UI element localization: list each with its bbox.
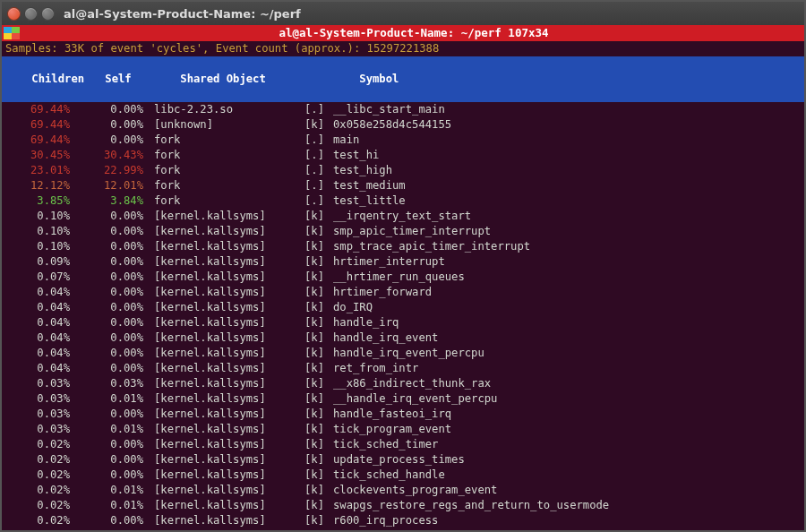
cell-children: 0.04%: [5, 285, 70, 300]
perf-row[interactable]: 69.44%0.00%[unknown][k]0x058e258d4c54415…: [5, 117, 801, 133]
perf-row[interactable]: 0.02%0.00%[kernel.kallsyms][k]tick_sched…: [5, 437, 801, 452]
perf-row[interactable]: 0.04%0.00%[kernel.kallsyms][k]handle_irq…: [5, 330, 801, 346]
window-titlebar: al@al-System-Product-Name: ~/perf: [2, 2, 804, 25]
col-symbol: Symbol: [359, 72, 399, 87]
cell-symbol: smp_apic_timer_interrupt: [333, 224, 491, 239]
perf-row[interactable]: 0.04%0.00%[kernel.kallsyms][k]ret_from_i…: [5, 361, 801, 376]
perf-row[interactable]: 69.44%0.00%fork[.]main: [5, 133, 801, 148]
perf-row[interactable]: 0.10%0.00%[kernel.kallsyms][k]smp_trace_…: [5, 239, 801, 254]
cell-tag: [k]: [304, 391, 331, 407]
perf-row[interactable]: 0.03%0.03%[kernel.kallsyms][k]__x86_indi…: [5, 376, 801, 391]
cell-children: 69.44%: [5, 117, 70, 133]
perf-row[interactable]: 23.01%22.99%fork[.]test_high: [5, 163, 801, 178]
perf-row[interactable]: 0.09%0.00%[kernel.kallsyms][k]hrtimer_in…: [5, 254, 801, 270]
cell-symbol: main: [333, 133, 359, 148]
cell-shared-object: [kernel.kallsyms]: [154, 315, 297, 330]
cell-tag: [k]: [304, 270, 331, 285]
cell-symbol: hrtimer_interrupt: [333, 254, 445, 270]
cell-children: 0.04%: [5, 300, 70, 315]
cell-tag: [k]: [304, 224, 331, 239]
perf-row[interactable]: 0.03%0.01%[kernel.kallsyms][k]__handle_i…: [5, 391, 801, 407]
cell-self: 0.00%: [79, 361, 143, 376]
perf-row[interactable]: 0.04%0.00%[kernel.kallsyms][k]hrtimer_fo…: [5, 285, 801, 300]
cell-children: 0.03%: [5, 391, 70, 407]
perf-rows: 69.44%0.00%libc-2.23.so[.]__libc_start_m…: [2, 102, 804, 530]
cell-tag: [k]: [304, 407, 331, 422]
cell-tag: [k]: [304, 315, 331, 330]
cell-children: 0.10%: [5, 209, 70, 224]
cell-symbol: test_medium: [333, 178, 406, 193]
cell-self: 0.00%: [79, 300, 143, 315]
cell-self: 0.00%: [79, 468, 143, 483]
cell-tag: [.]: [304, 163, 331, 178]
perf-row[interactable]: 0.07%0.00%[kernel.kallsyms][k]__hrtimer_…: [5, 270, 801, 285]
cell-children: 0.02%: [5, 468, 70, 483]
cell-symbol: swapgs_restore_regs_and_return_to_usermo…: [333, 498, 609, 513]
col-spacer: [330, 72, 357, 87]
cell-self: 0.00%: [79, 102, 143, 117]
perf-row[interactable]: 69.44%0.00%libc-2.23.so[.]__libc_start_m…: [5, 102, 801, 117]
perf-row[interactable]: 0.10%0.00%[kernel.kallsyms][k]__irqentry…: [5, 209, 801, 224]
cell-shared-object: [kernel.kallsyms]: [154, 437, 297, 452]
cell-shared-object: [kernel.kallsyms]: [154, 224, 297, 239]
cell-symbol: handle_irq_event: [333, 330, 438, 346]
cell-symbol: test_hi: [333, 148, 379, 163]
perf-row[interactable]: 0.10%0.00%[kernel.kallsyms][k]smp_apic_t…: [5, 224, 801, 239]
perf-row[interactable]: 0.04%0.00%[kernel.kallsyms][k]handle_irq: [5, 315, 801, 330]
perf-column-headers: ChildrenSelfShared Object Symbol: [2, 56, 804, 102]
perf-row[interactable]: 0.02%0.00%[kernel.kallsyms][k]radeon_dri…: [5, 528, 801, 530]
maximize-icon[interactable]: [41, 7, 55, 21]
cell-shared-object: [kernel.kallsyms]: [154, 346, 297, 361]
cell-shared-object: [kernel.kallsyms]: [154, 376, 297, 391]
perf-row[interactable]: 0.02%0.00%[kernel.kallsyms][k]tick_sched…: [5, 468, 801, 483]
cell-self: 0.00%: [79, 270, 143, 285]
terminal-viewport[interactable]: Samples: 33K of event 'cycles', Event co…: [2, 41, 804, 530]
perf-row[interactable]: 0.02%0.01%[kernel.kallsyms][k]swapgs_res…: [5, 498, 801, 513]
perf-row[interactable]: 0.02%0.00%[kernel.kallsyms][k]r600_irq_p…: [5, 513, 801, 528]
cell-symbol: tick_sched_timer: [333, 437, 438, 452]
cell-symbol: __libc_start_main: [333, 102, 445, 117]
cell-children: 0.02%: [5, 498, 70, 513]
cell-tag: [k]: [304, 498, 331, 513]
perf-row[interactable]: 0.04%0.00%[kernel.kallsyms][k]handle_irq…: [5, 346, 801, 361]
cell-tag: [k]: [304, 376, 331, 391]
perf-row[interactable]: 0.02%0.00%[kernel.kallsyms][k]update_pro…: [5, 452, 801, 468]
cell-shared-object: [kernel.kallsyms]: [154, 528, 297, 530]
cell-symbol: ret_from_intr: [333, 361, 418, 376]
cell-self: 0.00%: [79, 117, 143, 133]
cell-self: 0.00%: [79, 346, 143, 361]
cell-symbol: __handle_irq_event_percpu: [333, 391, 497, 407]
cell-tag: [k]: [304, 452, 331, 468]
close-icon[interactable]: [7, 7, 21, 21]
perf-row[interactable]: 0.03%0.00%[kernel.kallsyms][k]handle_fas…: [5, 407, 801, 422]
perf-row[interactable]: 12.12%12.01%fork[.]test_medium: [5, 178, 801, 193]
cell-children: 0.02%: [5, 528, 70, 530]
cell-symbol: r600_irq_process: [333, 513, 438, 528]
cell-tag: [k]: [304, 346, 331, 361]
cell-shared-object: fork: [154, 133, 297, 148]
cell-symbol: handle_irq_event_percpu: [333, 346, 484, 361]
cell-self: 0.00%: [79, 254, 143, 270]
mux-status-bar: al@al-System-Product-Name: ~/perf 107x34: [2, 25, 804, 41]
cell-shared-object: [kernel.kallsyms]: [154, 254, 297, 270]
perf-row[interactable]: 0.04%0.00%[kernel.kallsyms][k]do_IRQ: [5, 300, 801, 315]
cell-shared-object: [kernel.kallsyms]: [154, 330, 297, 346]
minimize-icon[interactable]: [24, 7, 38, 21]
perf-row[interactable]: 0.02%0.01%[kernel.kallsyms][k]clockevent…: [5, 483, 801, 498]
perf-row[interactable]: 30.45%30.43%fork[.]test_hi: [5, 148, 801, 163]
cell-self: 3.84%: [79, 193, 143, 209]
cell-tag: [k]: [304, 437, 331, 452]
cell-tag: [.]: [304, 193, 331, 209]
cell-symbol: __x86_indirect_thunk_rax: [333, 376, 491, 391]
cell-shared-object: [kernel.kallsyms]: [154, 407, 297, 422]
cell-symbol: test_high: [333, 163, 392, 178]
cell-tag: [k]: [304, 361, 331, 376]
cell-self: 0.00%: [79, 330, 143, 346]
perf-row[interactable]: 0.03%0.01%[kernel.kallsyms][k]tick_progr…: [5, 422, 801, 437]
col-self: Self: [105, 72, 169, 87]
cell-children: 69.44%: [5, 133, 70, 148]
cell-tag: [k]: [304, 513, 331, 528]
perf-row[interactable]: 3.85%3.84%fork[.]test_little: [5, 193, 801, 209]
cell-shared-object: [kernel.kallsyms]: [154, 468, 297, 483]
cell-children: 3.85%: [5, 193, 70, 209]
